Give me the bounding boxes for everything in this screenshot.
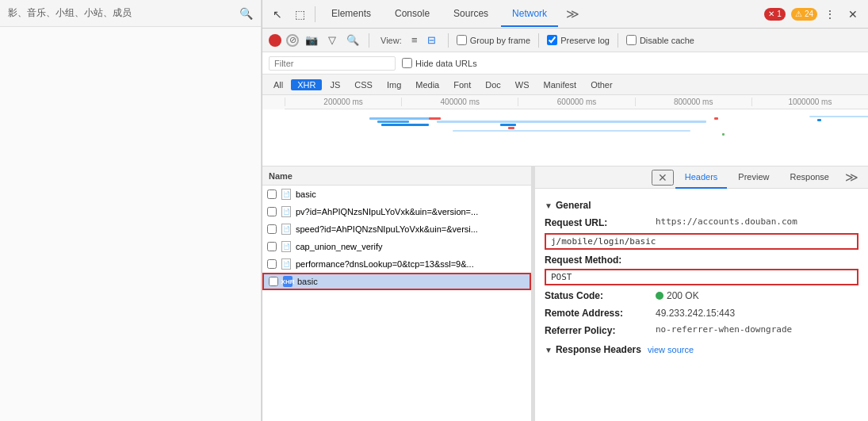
close-devtools-btn[interactable]: ✕	[843, 4, 863, 25]
request-list-header: Name	[262, 166, 531, 186]
referrer-policy-label: Referrer Policy:	[545, 323, 656, 338]
type-btn-xhr[interactable]: XHR	[291, 79, 322, 90]
group-by-frame-checkbox[interactable]	[457, 35, 467, 45]
type-btn-font[interactable]: Font	[447, 79, 477, 90]
request-list: 📄 basic 📄 pv?id=AhPIQNzsNIpuLYoVxk&uin=&…	[262, 186, 531, 421]
req-checkbox-5[interactable]	[267, 259, 277, 269]
view-icons: ≡ ⊟	[407, 33, 440, 48]
ruler-mark-1: 200000 ms	[285, 98, 401, 106]
request-list-panel: Name 📄 basic 📄 pv?id=AhPIQNzsNIpuLYoVxk&…	[262, 166, 532, 421]
toolbar-separator	[315, 6, 315, 22]
filter-row: Hide data URLs	[262, 52, 868, 75]
request-item-pv[interactable]: 📄 pv?id=AhPIQNzsNIpuLYoVxk&uin=&version=…	[262, 203, 531, 220]
warn-badge: ⚠24	[791, 8, 817, 21]
net-separator-4	[618, 33, 618, 48]
details-overflow-btn[interactable]: ≫	[840, 170, 863, 185]
type-btn-media[interactable]: Media	[409, 79, 445, 90]
xhr-icon-6: XHR	[283, 276, 293, 287]
response-headers-row: ▼ Response Headers view source	[545, 344, 858, 355]
cursor-tool-btn[interactable]: ↖	[267, 4, 288, 25]
req-checkbox-1[interactable]	[267, 189, 277, 199]
camera-btn[interactable]: 📷	[304, 33, 319, 48]
type-btn-other[interactable]: Other	[584, 79, 619, 90]
req-checkbox-4[interactable]	[267, 242, 277, 251]
more-tabs-icon[interactable]: ≫	[560, 6, 586, 21]
details-tab-response[interactable]: Response	[780, 166, 839, 189]
tab-console[interactable]: Console	[384, 2, 441, 27]
req-checkbox-3[interactable]	[267, 224, 277, 234]
req-name-6: basic	[297, 277, 525, 286]
view-source-link[interactable]: view source	[648, 345, 694, 354]
preserve-log-checkbox[interactable]	[547, 35, 557, 45]
search-icon[interactable]: 🔍	[239, 7, 253, 20]
filter-input[interactable]	[269, 56, 396, 71]
filter-btn[interactable]: ▽	[324, 33, 340, 48]
req-name-2: pv?id=AhPIQNzsNIpuLYoVxk&uin=&version=..…	[296, 207, 526, 216]
net-separator-2	[448, 33, 449, 48]
req-checkbox-6[interactable]	[269, 277, 278, 286]
record-btn[interactable]	[269, 34, 281, 47]
type-btn-all[interactable]: All	[267, 79, 289, 90]
timeline-ruler: 200000 ms 400000 ms 600000 ms 800000 ms …	[262, 95, 868, 109]
type-filter-row: All XHR JS CSS Img Media Font Doc WS Man…	[262, 75, 868, 95]
view-label: View:	[380, 36, 402, 45]
request-url-value: https://accounts.douban.com	[656, 216, 797, 230]
resp-triangle: ▼	[545, 346, 553, 354]
close-details-btn[interactable]: ✕	[652, 170, 674, 186]
devtools-topbar: ↖ ⬚ Elements Console Sources Network ≫ ✕…	[262, 0, 868, 29]
type-btn-ws[interactable]: WS	[509, 79, 536, 90]
type-btn-manifest[interactable]: Manifest	[537, 79, 583, 90]
request-item-basic-selected[interactable]: XHR basic	[262, 273, 531, 290]
devtools-panel: ↖ ⬚ Elements Console Sources Network ≫ ✕…	[262, 0, 868, 421]
tab-sources[interactable]: Sources	[442, 2, 499, 27]
req-checkbox-2[interactable]	[267, 207, 277, 216]
doc-icon-4: 📄	[281, 241, 291, 252]
ruler-mark-5: 1000000 ms	[751, 98, 868, 106]
tab-network[interactable]: Network	[501, 2, 558, 27]
timeline-area: 200000 ms 400000 ms 600000 ms 800000 ms …	[262, 95, 868, 166]
request-item-perf[interactable]: 📄 performance?dnsLookup=0&tcp=13&ssl=9&.…	[262, 255, 531, 273]
details-tab-headers[interactable]: Headers	[675, 166, 728, 189]
req-name-5: performance?dnsLookup=0&tcp=13&ssl=9&...	[296, 259, 526, 269]
status-code-label: Status Code:	[545, 289, 656, 303]
request-item-speed[interactable]: 📄 speed?id=AhPIQNzsNIpuLYoVxk&uin=&versi…	[262, 220, 531, 238]
sidebar: 影、音乐、小组、小站、成员 🔍	[0, 0, 262, 421]
stop-btn[interactable]: ⊘	[286, 34, 299, 47]
network-toolbar: ⊘ 📷 ▽ 🔍 View: ≡ ⊟ Group by frame Preserv…	[262, 29, 868, 52]
disable-cache-label[interactable]: Disable cache	[626, 35, 694, 45]
tab-elements[interactable]: Elements	[320, 2, 382, 27]
inspect-tool-btn[interactable]: ⬚	[289, 4, 310, 25]
type-btn-css[interactable]: CSS	[348, 79, 379, 90]
more-tools-area: ✕1 ⚠24 ⋮ ✕	[761, 4, 863, 25]
request-method-highlight: POST	[545, 269, 858, 285]
details-content: ▼ General Request URL: https://accounts.…	[535, 189, 868, 421]
doc-icon-3: 📄	[281, 224, 291, 235]
search-btn[interactable]: 🔍	[345, 33, 361, 48]
view-waterfall-btn[interactable]: ⊟	[424, 33, 440, 48]
hide-data-urls-label[interactable]: Hide data URLs	[402, 58, 477, 68]
more-tools-btn[interactable]: ⋮	[820, 4, 840, 25]
request-method-label: Request Method:	[545, 253, 656, 267]
ruler-mark-2: 400000 ms	[401, 98, 518, 106]
details-tabs: ✕ Headers Preview Response ≫	[535, 166, 868, 189]
type-btn-img[interactable]: Img	[380, 79, 407, 90]
view-list-btn[interactable]: ≡	[407, 33, 423, 48]
referrer-policy-row: Referrer Policy: no-referrer-when-downgr…	[545, 323, 858, 338]
sidebar-content	[0, 27, 261, 421]
response-headers-title: ▼ Response Headers	[545, 344, 641, 355]
request-item-basic-1[interactable]: 📄 basic	[262, 186, 531, 203]
net-separator-3	[538, 33, 539, 48]
type-btn-doc[interactable]: Doc	[479, 79, 507, 90]
type-btn-js[interactable]: JS	[323, 79, 346, 90]
request-url-row: Request URL: https://accounts.douban.com	[545, 216, 858, 230]
request-item-cap[interactable]: 📄 cap_union_new_verify	[262, 238, 531, 255]
details-tab-preview[interactable]: Preview	[728, 166, 778, 189]
disable-cache-checkbox[interactable]	[626, 35, 637, 45]
group-by-frame-label[interactable]: Group by frame	[457, 35, 530, 45]
hide-data-urls-checkbox[interactable]	[402, 58, 412, 68]
preserve-log-label[interactable]: Preserve log	[547, 35, 610, 45]
req-name-4: cap_union_new_verify	[296, 242, 526, 251]
req-name-1: basic	[296, 189, 526, 199]
details-panel: ✕ Headers Preview Response ≫ ▼ General	[535, 166, 868, 421]
main-split: Name 📄 basic 📄 pv?id=AhPIQNzsNIpuLYoVxk&…	[262, 166, 868, 421]
